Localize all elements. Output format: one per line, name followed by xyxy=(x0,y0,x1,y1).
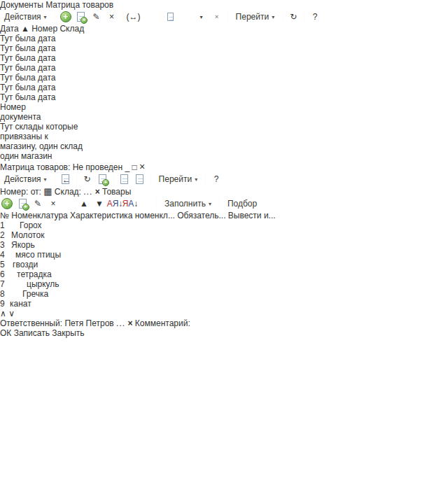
edit-button[interactable]: ✎ xyxy=(90,10,104,24)
sort-indicator-icon: ▲ xyxy=(21,24,29,34)
responsible-label: Ответственный: xyxy=(0,318,62,328)
nomenclature-cell[interactable]: канат xyxy=(7,299,31,309)
row-number-cell: 2 xyxy=(0,230,5,240)
add-button[interactable]: + xyxy=(59,10,73,24)
help-button[interactable]: ? xyxy=(308,10,322,24)
characteristic-column-header[interactable]: Характеристика номенкл... xyxy=(70,211,175,220)
document-row[interactable]: Тут была дата xyxy=(0,53,448,63)
post-document-button[interactable] xyxy=(118,172,132,186)
product-row[interactable]: 2 Молоток xyxy=(0,230,448,240)
close-button[interactable]: × xyxy=(139,161,145,172)
help-button[interactable]: ? xyxy=(209,172,223,186)
ellipsis-icon: ... xyxy=(83,187,92,197)
product-row[interactable]: 3 Якорь xyxy=(0,240,448,250)
interval-button[interactable]: (↔) xyxy=(127,10,141,24)
warehouse-clear-button[interactable]: × xyxy=(95,187,100,197)
edit-row-button[interactable]: ✎ xyxy=(31,197,45,211)
scroll-down-button[interactable]: ∨ xyxy=(8,309,15,318)
delete-row-button[interactable]: × xyxy=(46,197,60,211)
filter-by-value-button[interactable]: ▾ xyxy=(195,10,209,24)
document-row[interactable]: Тут была дата xyxy=(0,92,448,102)
actions-menu-button[interactable]: Действия▾ xyxy=(0,173,51,185)
move-down-button[interactable]: ▼ xyxy=(92,197,106,211)
document-row[interactable]: Тут была дата xyxy=(0,73,448,83)
toolbar-separator xyxy=(205,173,206,185)
add-row-button[interactable]: + xyxy=(0,197,14,211)
nomenclature-column-header[interactable]: Номенклатура xyxy=(11,211,68,220)
sort-desc-button[interactable]: ЯА↓ xyxy=(123,197,137,211)
arrow-up-icon: ▲ xyxy=(80,199,88,209)
responsible-clear-button[interactable]: × xyxy=(127,318,132,328)
copy-icon: + xyxy=(19,199,27,209)
nomenclature-cell[interactable]: Горох xyxy=(7,220,42,230)
calendar-button[interactable]: ▦ xyxy=(43,186,52,197)
products-table-header: № Номенклатура Характеристика номенкл...… xyxy=(0,211,448,220)
required-column-header[interactable]: Обязатель... xyxy=(177,211,225,220)
nomenclature-cell[interactable]: мясо птицы xyxy=(7,250,61,260)
scroll-up-button[interactable]: ∧ xyxy=(0,309,6,318)
reread-document-button[interactable]: ← xyxy=(59,172,73,186)
refresh-button[interactable]: ↻ xyxy=(286,10,300,24)
document-row[interactable]: Тут была дата xyxy=(0,34,448,43)
number-column-header[interactable]: Номер xyxy=(31,24,57,34)
goto-menu-button[interactable]: Перейти▾ xyxy=(155,173,202,185)
vertical-scrollbar[interactable]: ∧ ∨ xyxy=(0,309,448,318)
sort-asc-button[interactable]: АЯ↓ xyxy=(108,197,122,211)
refresh-button[interactable]: ↻ xyxy=(80,172,94,186)
num-column-header[interactable]: № xyxy=(0,211,9,220)
main-window-titlebar: Документы Матрица товаров xyxy=(0,0,448,10)
fill-menu-button[interactable]: Заполнить▾ xyxy=(160,197,216,210)
document-row[interactable]: Тут была дата xyxy=(0,83,448,92)
nomenclature-cell[interactable]: Гречка xyxy=(7,289,48,299)
interval-icon: (↔) xyxy=(127,12,141,22)
product-row[interactable]: 1 Горох xyxy=(0,220,448,230)
products-table: № Номенклатура Характеристика номенкл...… xyxy=(0,211,448,318)
move-end-button-disabled xyxy=(62,197,76,211)
copy-row-button[interactable]: + xyxy=(15,197,29,211)
pick-button[interactable]: Подбор xyxy=(223,197,261,210)
nomenclature-cell[interactable]: Якорь xyxy=(7,240,35,250)
ok-button[interactable]: ОК xyxy=(0,328,11,338)
ellipsis-icon: ... xyxy=(116,318,125,328)
warehouse-select-button[interactable]: ... xyxy=(83,187,92,197)
arrow-down-icon: ▼ xyxy=(95,199,104,209)
warehouse-column-header[interactable]: Склад xyxy=(59,24,84,34)
dialog-titlebar[interactable]: Матрица товаров: Не проведен _ □ × xyxy=(0,161,448,172)
move-up-button[interactable]: ▲ xyxy=(77,197,91,211)
product-row[interactable]: 7 цыркуль xyxy=(0,279,448,289)
copy-button[interactable]: + xyxy=(96,172,110,186)
delete-icon: × xyxy=(50,199,55,209)
date-cell: Тут была дата xyxy=(0,53,55,63)
nomenclature-cell[interactable]: гвозди xyxy=(7,260,38,269)
clear-icon: × xyxy=(95,187,100,197)
responsible-select-button[interactable]: ... xyxy=(116,318,125,328)
extra-button-disabled xyxy=(139,197,153,211)
toolbar-separator xyxy=(304,10,304,23)
maximize-button[interactable]: □ xyxy=(132,162,136,172)
document-row[interactable]: Тут была дата xyxy=(0,63,448,73)
product-row[interactable]: 6 тетрадка xyxy=(0,269,448,279)
find-by-number-button[interactable] xyxy=(142,10,156,24)
date-column-header[interactable]: Дата ▲ xyxy=(0,24,31,34)
pencil-icon: ✎ xyxy=(93,12,100,22)
product-row[interactable]: 4 мясо птицы xyxy=(0,250,448,260)
product-row[interactable]: 8 Гречка xyxy=(0,289,448,299)
nomenclature-cell[interactable]: цыркуль xyxy=(7,279,59,289)
copy-button[interactable]: + xyxy=(74,10,88,24)
nomenclature-cell[interactable]: Молоток xyxy=(7,230,44,240)
chevron-down-icon: ▾ xyxy=(272,14,274,20)
document-row[interactable]: Тут была дата xyxy=(0,43,448,53)
write-button[interactable]: Записать xyxy=(14,328,50,338)
actions-menu-button[interactable]: Действия▾ xyxy=(0,10,51,23)
goto-menu-button[interactable]: Перейти▾ xyxy=(232,10,279,23)
delete-button[interactable]: × xyxy=(105,10,119,24)
display-column-header[interactable]: Вывести и... xyxy=(228,211,276,220)
minimize-button[interactable]: _ xyxy=(125,162,130,172)
close-button[interactable]: Закрыть xyxy=(52,328,84,338)
toolbar-separator xyxy=(227,10,228,23)
nomenclature-cell[interactable]: тетрадка xyxy=(7,269,52,279)
responsible-input[interactable]: Петя Петров xyxy=(64,318,113,328)
filter-settings-button[interactable] xyxy=(164,10,178,24)
product-row[interactable]: 9 канат xyxy=(0,299,448,309)
product-row[interactable]: 5 гвозди xyxy=(0,260,448,269)
